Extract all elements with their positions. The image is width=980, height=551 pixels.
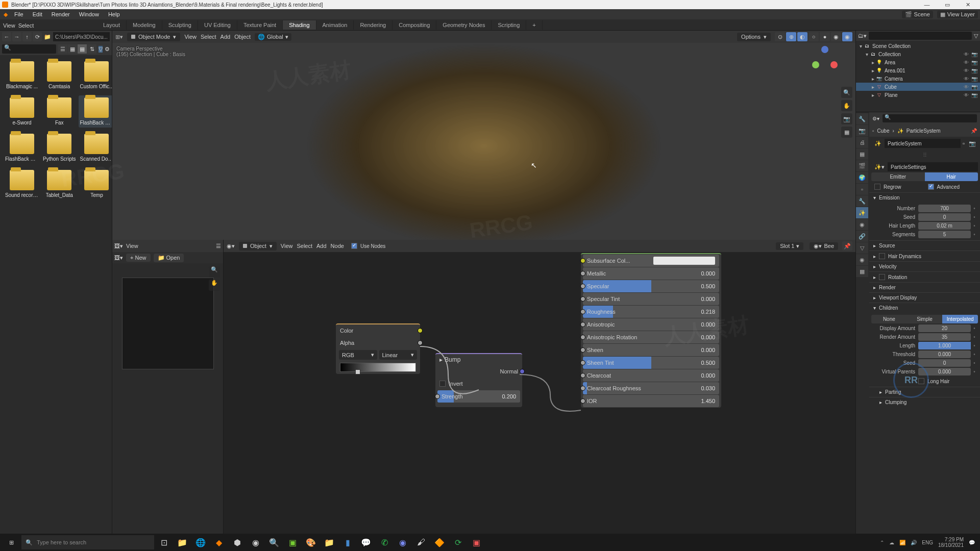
fb-folder-item[interactable]: Temp <box>79 168 112 200</box>
prop-tab-constraint[interactable]: 🔗 <box>856 231 868 242</box>
workspace-tab-uv-editing[interactable]: UV Editing <box>198 20 237 30</box>
node-canvas-area[interactable]: ◉▾ Object▾ View Select Add Node Use Node… <box>224 240 855 534</box>
shader-menu-select[interactable]: Select <box>297 243 312 249</box>
bsdf-ior-slider[interactable]: IOR1.450 <box>583 395 719 407</box>
bsdf-clearcoat-roughness-slider[interactable]: Clearcoat Roughness0.030 <box>583 382 719 394</box>
outliner-item-area-001[interactable]: ▸💡Area.001👁📷 <box>856 66 980 74</box>
taskbar-search[interactable]: 🔍 Type here to search <box>21 535 154 549</box>
children-display-amount[interactable]: 20 <box>918 324 971 332</box>
taskbar-chrome-icon[interactable]: 🌐 <box>192 535 209 550</box>
prop-tab-modifier[interactable]: 🔧 <box>856 195 868 207</box>
taskbar-app10-icon[interactable]: ▣ <box>468 535 485 550</box>
overlays-toggle[interactable]: ⊕ <box>786 32 796 41</box>
menu-render[interactable]: Render <box>47 10 74 18</box>
section-source[interactable]: ▸Source <box>869 241 980 251</box>
children-length[interactable]: 1.000 <box>918 342 971 349</box>
bsdf-sheen-tint-slider[interactable]: Sheen Tint0.500 <box>583 357 719 369</box>
xray-toggle[interactable]: ◐ <box>797 32 807 41</box>
image-open-button[interactable]: 📁 Open <box>154 254 184 262</box>
topbar-view[interactable]: View <box>3 22 15 29</box>
prop-tab-material[interactable]: ◉ <box>856 254 868 265</box>
perspective-icon[interactable]: ▦ <box>841 127 852 138</box>
render-enable-icon[interactable]: 📷 <box>971 92 978 98</box>
section-render[interactable]: ▸Render <box>869 283 980 292</box>
fb-folder-item[interactable]: Custom Offic... <box>79 59 112 91</box>
scene-selector[interactable]: 🎬 Scene <box>902 11 933 18</box>
bsdf-specular-slider[interactable]: Specular0.500 <box>583 280 719 292</box>
taskbar-whatsapp-icon[interactable]: ✆ <box>376 535 393 550</box>
3d-viewport[interactable]: ⊞▾ Object Mode▾ View Select Add Object 🌐… <box>112 31 855 240</box>
prop-tab-texture[interactable]: ▦ <box>856 266 868 277</box>
visibility-eye-icon[interactable]: 👁 <box>963 52 970 57</box>
bump-strength-slider[interactable]: Strength 0.200 <box>437 390 520 403</box>
workspace-tab-scripting[interactable]: Scripting <box>492 20 526 30</box>
section-viewport-display[interactable]: ▸Viewport Display <box>869 293 980 303</box>
viewport-rendered[interactable]: ◉ <box>842 32 852 41</box>
menu-file[interactable]: File <box>10 10 28 18</box>
image-pan-icon[interactable]: ✋ <box>209 280 220 291</box>
emission-hairlength[interactable]: 0.02 m <box>918 222 971 230</box>
window-minimize-button[interactable]: — <box>917 0 937 9</box>
render-enable-icon[interactable]: 📷 <box>971 84 978 90</box>
fb-up-button[interactable]: ↑ <box>22 32 32 41</box>
section-hair-dynamics[interactable]: ▸Hair Dynamics <box>869 251 980 261</box>
fb-folder-item[interactable]: e-Sword <box>4 95 40 128</box>
bsdf-roughness-slider[interactable]: Roughness0.218 <box>583 306 719 318</box>
fb-search-input[interactable]: 🔍 <box>2 44 56 54</box>
material-pin[interactable]: 📌 <box>842 241 852 251</box>
menu-help[interactable]: Help <box>104 10 124 18</box>
fb-refresh-button[interactable]: ⟳ <box>33 32 42 41</box>
fb-folder-item[interactable]: Blackmagic ... <box>4 59 40 91</box>
window-maximize-button[interactable]: ▭ <box>937 0 958 9</box>
pan-icon[interactable]: ✋ <box>841 100 852 111</box>
bump-node[interactable]: ▸Bump Normal Invert Strength 0.200 <box>435 353 522 407</box>
workspace-tab-modeling[interactable]: Modeling <box>127 20 162 30</box>
viewport-menu-select[interactable]: Select <box>201 34 216 40</box>
editor-type-icon[interactable]: ⊞▾ <box>115 34 123 40</box>
shader-menu-view[interactable]: View <box>281 243 293 249</box>
taskbar-app4-icon[interactable]: 🎨 <box>302 535 320 550</box>
taskbar-app9-icon[interactable]: 🔶 <box>431 535 448 550</box>
visibility-eye-icon[interactable]: 👁 <box>963 84 970 90</box>
menu-edit[interactable]: Edit <box>29 10 46 18</box>
fb-folder-item[interactable]: Camtasia <box>42 59 77 91</box>
outliner-item-cube[interactable]: ▸▽Cube👁📷 <box>856 83 980 91</box>
prop-settings-icon[interactable]: ⚙▾ <box>872 116 879 121</box>
prop-tab-physics[interactable]: ◉ <box>856 219 868 230</box>
taskbar-blender-icon[interactable]: ◆ <box>210 535 228 550</box>
emission-seed[interactable]: 0 <box>918 213 971 221</box>
workspace-tab-shading[interactable]: Shading <box>283 20 316 30</box>
viewport-menu-add[interactable]: Add <box>220 34 231 40</box>
taskbar-app7-icon[interactable]: 💬 <box>357 535 375 550</box>
fb-folder-item[interactable]: Fax <box>42 95 77 128</box>
bump-invert-checkbox[interactable] <box>439 381 446 387</box>
workspace-tab-animation[interactable]: Animation <box>316 20 354 30</box>
taskbar-app2-icon[interactable]: 🔍 <box>265 535 283 550</box>
bsdf-subsurface-col--slider[interactable]: Subsurface Col... <box>583 255 719 267</box>
bsdf-sheen-slider[interactable]: Sheen0.000 <box>583 344 719 356</box>
img-colorspace[interactable]: RGB▾ <box>339 350 377 360</box>
fb-folder-item[interactable]: Scanned Doc... <box>79 132 112 164</box>
zoom-icon[interactable]: 🔍 <box>841 87 852 98</box>
fb-forward-button[interactable]: → <box>12 32 21 41</box>
options-dropdown[interactable]: Options▾ <box>737 33 771 41</box>
tray-lang[interactable]: ENG <box>922 540 933 545</box>
render-enable-icon[interactable]: 📷 <box>971 76 978 82</box>
taskbar-app5-icon[interactable]: 📁 <box>321 535 338 550</box>
viewport-solid[interactable]: ● <box>820 32 830 41</box>
tray-network-icon[interactable]: 📶 <box>899 540 905 545</box>
start-button[interactable]: ⊞ <box>2 535 20 550</box>
taskbar-app-icon[interactable]: ⬢ <box>229 535 246 550</box>
outliner-item-area[interactable]: ▸💡Area👁📷 <box>856 58 980 66</box>
bsdf-specular-tint-slider[interactable]: Specular Tint0.000 <box>583 293 719 305</box>
prop-pin-icon[interactable]: 📌 <box>971 128 977 134</box>
render-enable-icon[interactable]: 📷 <box>971 52 978 57</box>
image-editor-type-icon[interactable]: 🖼▾ <box>114 243 123 249</box>
taskbar-discord-icon[interactable]: ◉ <box>394 535 411 550</box>
fb-folder-item[interactable]: FlashBack Mo... <box>79 95 112 128</box>
particle-system-list[interactable]: ✨ParticleSystem ▫ 📷 <box>871 139 978 148</box>
img-colorramp[interactable] <box>340 363 416 372</box>
workspace-tab-layout[interactable]: Layout <box>97 20 127 30</box>
principled-bsdf-node[interactable]: Subsurface Col...Metallic0.000Specular0.… <box>581 253 721 408</box>
navigation-gizmo[interactable] <box>810 46 840 77</box>
